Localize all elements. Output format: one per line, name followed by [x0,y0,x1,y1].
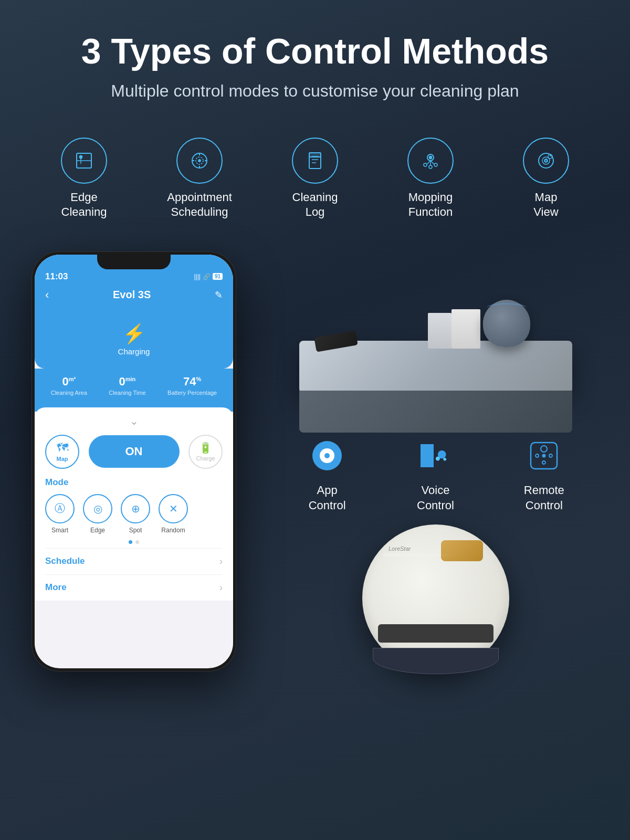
stat-cleaning-time: 0min Cleaning Time [109,375,145,396]
mode-dot-inactive [135,540,139,544]
robot-logo: LoreStar [388,545,411,552]
more-arrow-icon: › [219,582,223,593]
robot-bottom-strip [378,624,494,643]
voice-control-icon-wrap [415,436,455,476]
charging-bolt-icon: ⚡ [45,323,223,345]
schedule-arrow-icon: › [219,556,223,567]
schedule-menu-item[interactable]: Schedule › [45,548,223,574]
mode-random-label: Random [161,527,185,534]
phone-screen: 11:03 |||| 🔗 91 ‹ Evol 3S ✎ ⚡ Charg [35,255,233,668]
phone-outer: 11:03 |||| 🔗 91 ‹ Evol 3S ✎ ⚡ Charg [32,251,236,671]
mode-smart[interactable]: Ⓐ Smart [45,494,75,534]
phone-wrapper: 11:03 |||| 🔗 91 ‹ Evol 3S ✎ ⚡ Charg [32,251,252,692]
mode-random-icon: ✕ [159,494,188,523]
right-section: AppControl [273,241,598,692]
mode-smart-label: Smart [51,527,68,534]
svg-point-2 [80,155,82,158]
mopping-function-label: MoppingFunction [408,190,453,220]
stat-battery: 74% Battery Percentage [167,375,217,396]
robot-area: LoreStar [273,524,598,682]
map-button[interactable]: 🗺 Map [45,435,79,469]
appointment-scheduling-label: AppointmentScheduling [167,190,232,220]
svg-line-23 [430,161,434,164]
control-voice: VoiceControl [415,436,455,513]
remote-control-label: RemoteControl [524,483,564,513]
voice-control-label: VoiceControl [417,483,454,513]
robot-stripe [383,553,457,556]
svg-point-17 [429,156,432,159]
svg-point-31 [444,458,447,461]
book-2 [428,313,452,349]
edit-button[interactable]: ✎ [215,289,223,301]
svg-point-35 [536,454,539,457]
feature-cleaning-log: CleaningLog [273,138,357,220]
svg-point-33 [541,446,547,452]
cleaning-log-label: CleaningLog [292,190,338,220]
header-section: 3 Types of Control Methods Multiple cont… [0,0,630,122]
subtitle: Multiple control modes to customise your… [42,81,588,101]
mode-spot-icon: ⊕ [121,494,150,523]
main-content: 11:03 |||| 🔗 91 ‹ Evol 3S ✎ ⚡ Charg [0,241,630,692]
control-app: AppControl [307,436,347,513]
more-label: More [45,582,67,593]
mode-random[interactable]: ✕ Random [159,494,188,534]
status-time: 11:03 [45,271,68,282]
voice-icon-svg [434,441,450,470]
mopping-function-icon [419,149,442,172]
app-control-dot [324,453,330,458]
wifi-icon: 🔗 [203,273,211,280]
feature-map-view: MapView [504,138,588,220]
svg-line-21 [427,161,430,164]
map-button-label: Map [57,456,68,462]
control-remote: RemoteControl [524,436,564,513]
app-control-icon-wrap [307,436,347,476]
more-menu-item[interactable]: More › [45,574,223,601]
edge-cleaning-label: EdgeCleaning [61,190,107,220]
app-control-inner-circle [320,448,334,463]
mode-edge[interactable]: ◎ Edge [83,494,112,534]
mode-pagination-dots [45,540,223,544]
schedule-label: Schedule [45,556,85,566]
remote-control-icon [526,437,562,474]
feature-mopping-function: MoppingFunction [388,138,472,220]
svg-point-6 [198,160,201,162]
svg-point-26 [544,159,548,162]
area-unit: m² [69,376,76,382]
charging-section: ⚡ Charging [35,310,233,369]
controls-row: 🗺 Map ON 🔋 Charge [45,435,223,469]
white-panel: ⌄ 🗺 Map ON 🔋 Charge Mo [35,407,233,601]
feature-edge-cleaning: EdgeCleaning [42,138,126,220]
charge-button[interactable]: 🔋 Charge [188,435,223,469]
on-button[interactable]: ON [89,435,180,468]
mode-items-row: Ⓐ Smart ◎ Edge ⊕ Spot ✕ [45,494,223,534]
speaker-ring [486,303,527,313]
svg-point-34 [542,454,546,458]
cleaning-area-value: 0m² [51,375,87,388]
charge-button-icon: 🔋 [199,442,212,454]
status-icons: |||| 🔗 91 [194,273,223,280]
battery-label: Battery Percentage [167,390,217,396]
features-row: EdgeCleaning AppointmentScheduling [0,122,630,241]
mode-dot-active [129,540,132,544]
smart-speaker [483,300,530,347]
map-view-icon [534,149,558,172]
svg-point-18 [424,163,427,166]
book-1 [452,309,480,349]
app-nav-bar: ‹ Evol 3S ✎ [35,285,233,310]
battery-icon: 91 [213,273,223,280]
appointment-scheduling-icon [188,149,211,172]
mode-section-label: Mode [45,477,223,488]
feature-appointment-scheduling: AppointmentScheduling [158,138,242,220]
app-control-label: AppControl [309,483,346,513]
chevron-down-icon: ⌄ [130,415,139,427]
battery-value: 74% [167,375,217,388]
robot-bumper [373,648,499,674]
back-button[interactable]: ‹ [45,288,49,302]
cleaning-log-icon-circle [292,138,338,184]
control-methods-row: AppControl [273,425,598,523]
app-device-name: Evol 3S [113,289,151,301]
voice-control-icon [421,441,450,470]
mode-spot-label: Spot [129,527,142,534]
cleaning-time-value: 0min [109,375,145,388]
mode-spot[interactable]: ⊕ Spot [121,494,150,534]
